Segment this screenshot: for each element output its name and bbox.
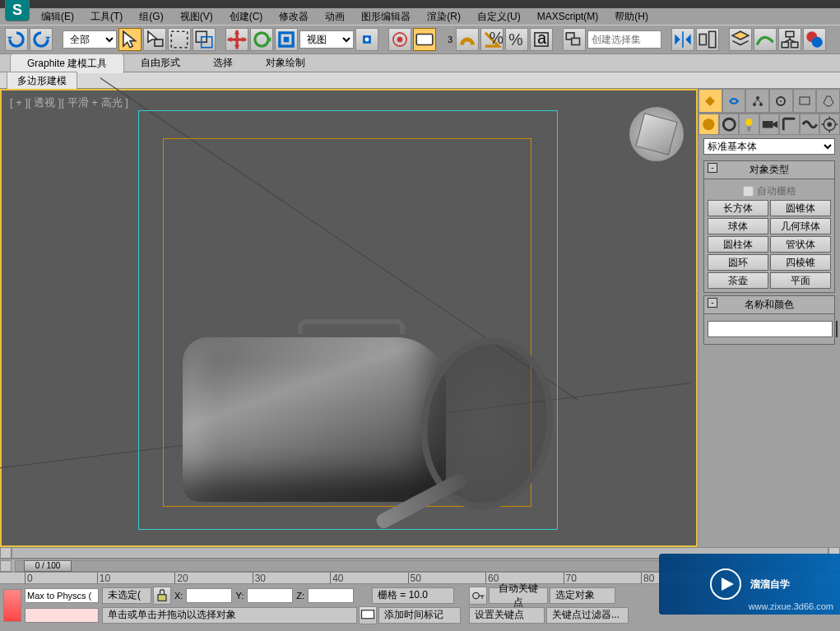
menu-animation[interactable]: 动画: [317, 8, 353, 26]
ruler-tick: 30: [253, 573, 266, 584]
move-button[interactable]: [225, 28, 248, 51]
undo-button[interactable]: [5, 28, 28, 51]
ribbon-tab-selection[interactable]: 选择: [197, 53, 249, 72]
subtab-cameras[interactable]: [759, 114, 780, 135]
rollout-name-color[interactable]: - 名称和颜色: [703, 295, 835, 314]
tab-hierarchy[interactable]: [745, 89, 769, 113]
maxscript-listener-2[interactable]: [25, 608, 99, 623]
menubar: 编辑(E) 工具(T) 组(G) 视图(V) 创建(C) 修改器 动画 图形编辑…: [0, 8, 840, 25]
svg-rect-17: [572, 38, 580, 44]
trackbar-key-icon[interactable]: [3, 589, 21, 622]
key-mode-button[interactable]: [469, 587, 487, 605]
scroll-left-icon[interactable]: [0, 547, 12, 559]
svg-rect-37: [158, 594, 166, 601]
object-name-input[interactable]: [708, 321, 833, 337]
primitive-geosphere[interactable]: 几何球体: [770, 218, 831, 234]
rollout-toggle-icon: -: [708, 298, 717, 308]
svg-rect-0: [155, 39, 163, 46]
snap-toggle-button[interactable]: [456, 28, 479, 51]
menu-modifiers[interactable]: 修改器: [271, 8, 317, 26]
primitive-teapot[interactable]: 茶壶: [708, 272, 768, 289]
ribbon-tab-object-paint[interactable]: 对象绘制: [249, 53, 322, 72]
angle-snap-button[interactable]: %: [480, 28, 504, 51]
ruler-tick: 0: [25, 573, 33, 584]
menu-help[interactable]: 帮助(H): [606, 8, 657, 26]
object-color-swatch[interactable]: [836, 321, 838, 337]
menu-graph-editors[interactable]: 图形编辑器: [353, 8, 419, 26]
menu-edit[interactable]: 编辑(E): [33, 8, 82, 26]
material-editor-button[interactable]: [803, 28, 826, 51]
menu-customize[interactable]: 自定义(U): [469, 8, 529, 26]
window-crossing-button[interactable]: [193, 28, 216, 51]
timeline-prev-icon[interactable]: [0, 560, 12, 572]
use-pivot-center-button[interactable]: [355, 28, 378, 51]
viewcube[interactable]: [629, 107, 684, 161]
slider-thumb[interactable]: 0 / 100: [24, 560, 72, 572]
curve-editor-button[interactable]: [754, 28, 777, 51]
named-selection-input[interactable]: [587, 30, 661, 49]
reference-coord-select[interactable]: 视图: [299, 30, 354, 49]
menu-rendering[interactable]: 渲染(R): [419, 8, 469, 26]
primitive-tube[interactable]: 管状体: [770, 236, 831, 253]
select-object-button[interactable]: [118, 28, 142, 51]
viewport[interactable]: [ + ][ 透视 ][ 平滑 + 高光 ]: [0, 89, 698, 547]
subtab-shapes[interactable]: [719, 114, 740, 135]
primitive-torus[interactable]: 圆环: [708, 254, 768, 271]
rollout-object-type[interactable]: - 对象类型: [703, 160, 835, 179]
menu-tools[interactable]: 工具(T): [82, 8, 131, 26]
rollout-toggle-icon: -: [708, 163, 717, 173]
subtab-helpers[interactable]: [779, 114, 800, 135]
ribbon-tab-graphite[interactable]: Graphite 建模工具: [10, 53, 124, 73]
subtab-spacewarps[interactable]: [800, 114, 820, 135]
keyboard-shortcut-override-button[interactable]: [413, 28, 436, 51]
mirror-button[interactable]: [671, 28, 694, 51]
subtab-geometry[interactable]: [698, 114, 719, 135]
ruler-tick: 10: [97, 573, 110, 584]
select-region-button[interactable]: [168, 28, 191, 51]
viewport-label[interactable]: [ + ][ 透视 ][ 平滑 + 高光 ]: [10, 95, 128, 110]
tab-create[interactable]: [698, 89, 722, 113]
select-manipulate-button[interactable]: [388, 28, 411, 51]
tab-modify[interactable]: [722, 89, 746, 113]
primitive-cylinder[interactable]: 圆柱体: [708, 236, 768, 253]
layer-manager-button[interactable]: [729, 28, 752, 51]
schematic-view-button[interactable]: [778, 28, 801, 51]
named-selection-sets-button[interactable]: [563, 28, 586, 51]
menu-group[interactable]: 组(G): [131, 8, 171, 26]
subribbon-poly-modeling[interactable]: 多边形建模: [7, 72, 77, 90]
menu-maxscript[interactable]: MAXScript(M): [529, 9, 607, 24]
select-by-name-button[interactable]: [143, 28, 166, 51]
percent-snap-button[interactable]: %: [505, 28, 528, 51]
primitive-box[interactable]: 长方体: [708, 200, 768, 216]
subtab-systems[interactable]: [819, 114, 840, 135]
key-filters-button[interactable]: 关键点过滤器...: [546, 607, 629, 624]
primitive-plane[interactable]: 平面: [770, 272, 831, 289]
selection-filter-select[interactable]: 全部: [63, 30, 117, 49]
menu-create[interactable]: 创建(C): [221, 8, 271, 26]
redo-button[interactable]: [30, 28, 53, 51]
set-key-button[interactable]: 设置关键点: [469, 607, 545, 624]
comm-center-button[interactable]: [359, 606, 377, 624]
rotate-button[interactable]: [250, 28, 273, 51]
category-select[interactable]: 标准基本体: [703, 138, 835, 155]
primitive-sphere[interactable]: 球体: [708, 218, 768, 234]
spinner-snap-button[interactable]: a: [530, 28, 553, 51]
primitive-cone[interactable]: 圆锥体: [770, 200, 831, 216]
lock-selection-button[interactable]: [153, 587, 171, 605]
y-input[interactable]: [247, 588, 293, 603]
auto-key-button[interactable]: 自动关键点: [489, 587, 548, 604]
maxscript-listener[interactable]: [25, 588, 99, 603]
subtab-lights[interactable]: [739, 114, 759, 135]
tab-motion[interactable]: [769, 89, 793, 113]
align-button[interactable]: [696, 28, 719, 51]
tab-display[interactable]: [793, 89, 817, 113]
x-input[interactable]: [186, 588, 232, 603]
z-input[interactable]: [308, 588, 354, 603]
command-panel: 标准基本体 - 对象类型 自动栅格 长方体 圆锥体 球体 几何球体 圆柱体 管状…: [698, 89, 840, 547]
menu-view[interactable]: 视图(V): [172, 8, 221, 26]
primitive-pyramid[interactable]: 四棱锥: [770, 254, 831, 271]
svg-point-29: [780, 100, 782, 102]
tab-utilities[interactable]: [816, 89, 840, 113]
scale-button[interactable]: [275, 28, 298, 51]
ribbon-tab-freeform[interactable]: 自由形式: [124, 53, 197, 72]
